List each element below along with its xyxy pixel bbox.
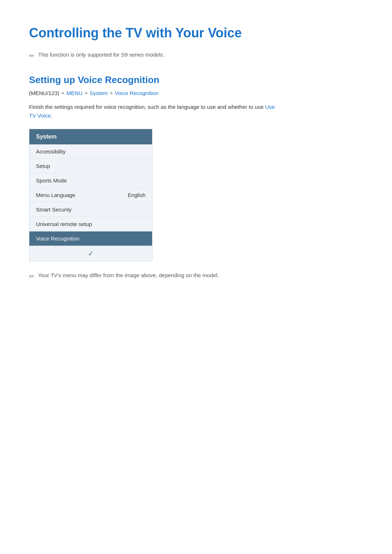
breadcrumb-sep-1: >	[61, 90, 64, 96]
section-title: Setting up Voice Recognition	[29, 74, 363, 86]
breadcrumb-voice-recognition[interactable]: Voice Recognition	[115, 90, 158, 96]
note-text-2: Your TV's menu may differ from the image…	[38, 272, 219, 278]
description-after: .	[51, 112, 52, 119]
menu-item-accessibility[interactable]: Accessibility	[29, 144, 152, 159]
breadcrumb-menu123: (MENU/123)	[29, 90, 59, 96]
menu-header: System	[29, 129, 152, 144]
menu-item-label-accessibility: Accessibility	[36, 148, 66, 155]
menu-item-sports-mode[interactable]: Sports Mode	[29, 173, 152, 188]
menu-item-label-smart-security: Smart Security	[36, 206, 72, 213]
menu-item-voice-recognition[interactable]: Voice Recognition	[29, 231, 152, 246]
page-title: Controlling the TV with Your Voice	[29, 25, 363, 41]
note-text-1: This function is only supported for S9 s…	[38, 52, 164, 58]
menu-item-label-sports-mode: Sports Mode	[36, 177, 67, 184]
menu-item-label-menu-language: Menu Language	[36, 192, 75, 198]
breadcrumb-menu[interactable]: MENU	[66, 90, 82, 96]
breadcrumb: (MENU/123) > MENU > System > Voice Recog…	[29, 90, 363, 96]
note-line-2: ✏ Your TV's menu may differ from the ima…	[29, 272, 363, 280]
pencil-icon-1: ✏	[29, 52, 34, 60]
breadcrumb-system[interactable]: System	[90, 90, 108, 96]
menu-item-menu-language[interactable]: Menu Language English	[29, 188, 152, 202]
checkmark-icon: ✓	[88, 249, 94, 258]
menu-item-universal-remote[interactable]: Universal remote setup	[29, 217, 152, 231]
breadcrumb-sep-3: >	[110, 90, 113, 96]
menu-item-label-setup: Setup	[36, 163, 50, 169]
menu-footer: ✓	[29, 246, 152, 261]
description-before: Finish the settings required for voice r…	[29, 104, 265, 110]
breadcrumb-sep-2: >	[85, 90, 87, 96]
menu-item-smart-security[interactable]: Smart Security	[29, 202, 152, 217]
menu-item-label-universal-remote: Universal remote setup	[36, 221, 92, 227]
menu-item-setup[interactable]: Setup	[29, 159, 152, 173]
pencil-icon-2: ✏	[29, 272, 34, 280]
menu-item-value-menu-language: English	[128, 192, 146, 198]
system-menu: System Accessibility Setup Sports Mode M…	[29, 129, 152, 261]
description: Finish the settings required for voice r…	[29, 103, 283, 120]
menu-item-label-voice-recognition: Voice Recognition	[36, 235, 79, 242]
note-line-1: ✏ This function is only supported for S9…	[29, 52, 363, 60]
